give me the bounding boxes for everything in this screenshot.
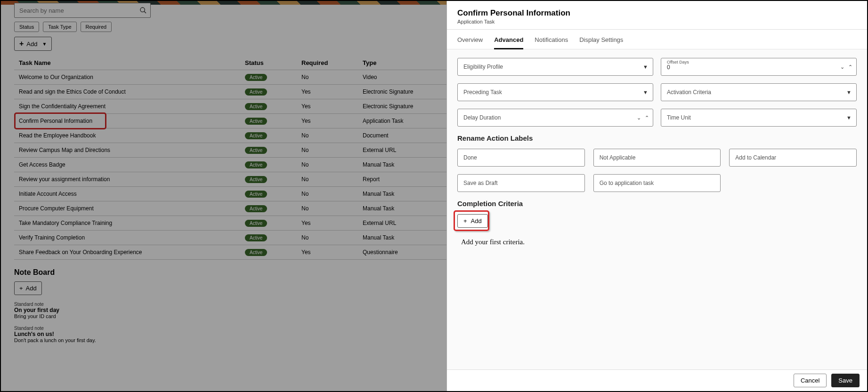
table-row[interactable]: Sign the Confidentiality AgreementActive…	[14, 99, 448, 114]
preceding-task-select[interactable]: Preceding Task ▼	[457, 83, 653, 101]
add-criteria-button[interactable]: + Add	[457, 214, 488, 228]
note-desc: Don't pack a lunch on your first day.	[14, 337, 448, 343]
table-row[interactable]: Review your assignment informationActive…	[14, 172, 448, 187]
status-badge: Active	[245, 161, 267, 168]
cell-type: Manual Task	[358, 205, 443, 212]
table-row[interactable]: Share Feedback on Your Onboarding Experi…	[14, 245, 448, 260]
cell-name: Verify Training Completion	[14, 234, 240, 241]
svg-line-1	[144, 11, 146, 13]
time-unit-select[interactable]: Time Unit ▼	[661, 109, 857, 127]
panel-footer: Cancel Save	[447, 369, 867, 391]
table-row[interactable]: Procure Computer EquipmentActiveNoManual…	[14, 201, 448, 216]
rename-na-input[interactable]: Not Applicable	[593, 149, 721, 167]
cell-name: Confirm Personal Information	[14, 118, 240, 124]
add-label: Add	[26, 40, 37, 48]
note-kind: Standard note	[14, 302, 448, 307]
delay-duration-input[interactable]: Delay Duration ⌄ ⌃	[457, 109, 653, 127]
main-content: Status Task Type Required + Add ▼ Task N…	[1, 1, 448, 391]
save-button[interactable]: Save	[831, 374, 860, 387]
tab-display-settings[interactable]: Display Settings	[579, 36, 623, 49]
activation-criteria-select[interactable]: Activation Criteria ▼	[661, 83, 857, 101]
cancel-button[interactable]: Cancel	[794, 374, 827, 387]
note-item[interactable]: Standard noteLunch's on us!Don't pack a …	[14, 326, 448, 343]
cell-status: Active	[240, 147, 297, 154]
col-type: Type	[358, 59, 443, 66]
status-badge: Active	[245, 132, 267, 139]
cell-type: Manual Task	[358, 234, 443, 241]
filter-task-type[interactable]: Task Type	[43, 22, 76, 32]
rename-draft-input[interactable]: Save as Draft	[457, 174, 585, 192]
status-badge: Active	[245, 118, 267, 125]
table-row[interactable]: Verify Training CompletionActiveNoManual…	[14, 231, 448, 245]
plus-icon: +	[19, 285, 23, 292]
rename-goto-input[interactable]: Go to application task	[593, 174, 721, 192]
filter-required[interactable]: Required	[81, 22, 112, 32]
completion-heading: Completion Criteria	[457, 200, 857, 208]
cell-required: No	[297, 147, 358, 153]
table-row[interactable]: Confirm Personal InformationActiveYesApp…	[14, 114, 448, 128]
offset-days-input[interactable]: Offset Days 0 ⌄ ⌃	[661, 58, 857, 76]
table-header: Task Name Status Required Type	[14, 56, 448, 70]
chevron-down-icon[interactable]: ⌄	[637, 115, 641, 121]
rename-add-calendar-input[interactable]: Add to Calendar	[729, 149, 857, 167]
table-row[interactable]: Review Campus Map and DirectionsActiveNo…	[14, 143, 448, 158]
table-row[interactable]: Welcome to Our OrganizationActiveNoVideo	[14, 70, 448, 85]
table-row[interactable]: Read and sign the Ethics Code of Conduct…	[14, 85, 448, 99]
cell-type: External URL	[358, 220, 443, 226]
filter-status[interactable]: Status	[14, 22, 39, 32]
cell-status: Active	[240, 132, 297, 139]
chevron-down-icon: ▼	[643, 64, 648, 70]
cell-name: Read the Employee Handbook	[14, 132, 240, 139]
cell-name: Procure Computer Equipment	[14, 205, 240, 212]
col-task-name: Task Name	[14, 59, 240, 66]
task-table: Task Name Status Required Type Welcome t…	[14, 56, 448, 260]
eligibility-profile-select[interactable]: Eligibility Profile ▼	[457, 58, 653, 76]
chevron-down-icon: ▼	[643, 89, 648, 95]
cell-required: Yes	[297, 88, 358, 95]
add-task-button[interactable]: + Add ▼	[14, 37, 52, 51]
rename-done-input[interactable]: Done	[457, 149, 585, 167]
cell-name: Get Access Badge	[14, 161, 240, 168]
cell-type: Document	[358, 132, 443, 139]
search-input[interactable]	[14, 3, 151, 18]
col-status: Status	[240, 59, 297, 66]
note-desc: Bring your ID card	[14, 313, 448, 319]
note-title: Lunch's on us!	[14, 331, 448, 337]
tab-advanced[interactable]: Advanced	[494, 36, 523, 49]
cell-required: No	[297, 205, 358, 212]
cell-status: Active	[240, 118, 297, 125]
chevron-down-icon: ▼	[846, 115, 852, 120]
status-badge: Active	[245, 103, 267, 110]
cell-required: No	[297, 161, 358, 168]
status-badge: Active	[245, 147, 267, 154]
chevron-down-icon[interactable]: ⌄	[840, 64, 844, 70]
table-row[interactable]: Initiate Account AccessActiveNoManual Ta…	[14, 187, 448, 201]
chevron-up-icon[interactable]: ⌃	[645, 115, 649, 121]
status-badge: Active	[245, 205, 267, 212]
cell-name: Initiate Account Access	[14, 191, 240, 197]
plus-icon: +	[463, 217, 467, 224]
side-panel: Confirm Personal Information Application…	[446, 1, 867, 391]
cell-status: Active	[240, 234, 297, 241]
cell-required: No	[297, 176, 358, 183]
cell-type: External URL	[358, 147, 443, 153]
svg-point-0	[140, 8, 145, 12]
cell-name: Share Feedback on Your Onboarding Experi…	[14, 249, 240, 256]
note-board-heading: Note Board	[14, 268, 448, 277]
note-item[interactable]: Standard noteOn your first dayBring your…	[14, 302, 448, 319]
tab-notifications[interactable]: Notifications	[535, 36, 568, 49]
cell-type: Video	[358, 74, 443, 80]
panel-body: Eligibility Profile ▼ Offset Days 0 ⌄ ⌃ …	[447, 49, 867, 369]
table-row[interactable]: Get Access BadgeActiveNoManual Task	[14, 158, 448, 172]
status-badge: Active	[245, 234, 267, 241]
cell-type: Manual Task	[358, 161, 443, 168]
table-row[interactable]: Read the Employee HandbookActiveNoDocume…	[14, 128, 448, 143]
tab-overview[interactable]: Overview	[457, 36, 483, 49]
cell-name: Welcome to Our Organization	[14, 74, 240, 80]
cell-type: Electronic Signature	[358, 103, 443, 110]
chevron-up-icon[interactable]: ⌃	[848, 64, 852, 70]
cell-status: Active	[240, 220, 297, 227]
add-note-button[interactable]: + Add	[14, 281, 42, 295]
table-row[interactable]: Take Mandatory Compliance TrainingActive…	[14, 216, 448, 231]
search-icon[interactable]	[139, 7, 147, 14]
